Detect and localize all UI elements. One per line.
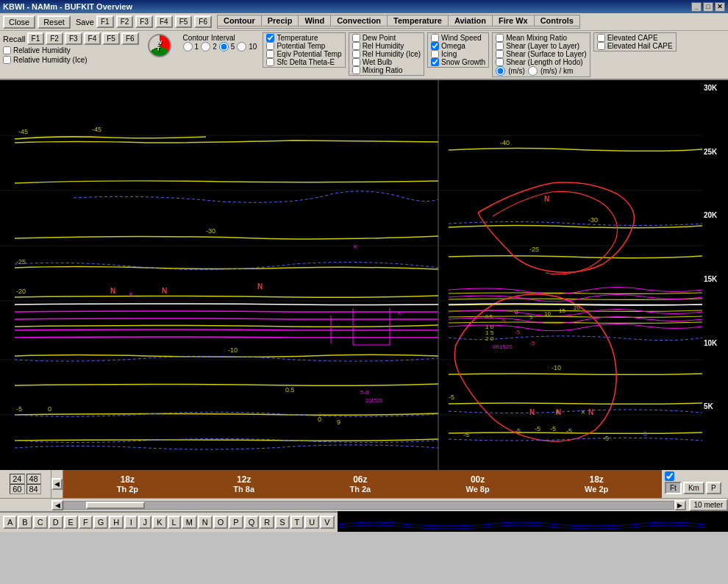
alpha-i[interactable]: I (124, 516, 138, 529)
alpha-g[interactable]: G (93, 516, 109, 529)
potential-temp-check[interactable] (266, 42, 274, 50)
minimize-button[interactable]: _ (691, 2, 702, 12)
save-f4[interactable]: F4 (155, 15, 173, 28)
eqiv-potential-check[interactable] (266, 50, 274, 58)
km-button[interactable]: Km (683, 482, 704, 494)
num1: 24 (10, 474, 24, 484)
right-controls: Ft Km P (662, 470, 728, 498)
tab-temperature[interactable]: Temperature (388, 15, 449, 26)
save-f5[interactable]: F5 (175, 15, 193, 28)
recall-f3[interactable]: F3 (65, 32, 82, 45)
rel-humidity-ice-check[interactable]: Relative Humidity (Ice) (3, 56, 139, 64)
rel-humidity-check[interactable]: Relative Humidity (3, 46, 139, 54)
omega-check[interactable] (431, 42, 439, 50)
tab-controls[interactable]: Controls (535, 15, 579, 26)
rel-hum-ice-check[interactable] (352, 50, 360, 58)
elevated-cape-check[interactable] (597, 34, 605, 42)
dew-point-check[interactable] (352, 34, 360, 42)
alpha-f[interactable]: F (79, 516, 93, 529)
ms-radio1[interactable] (496, 66, 505, 76)
save-label: Save (76, 18, 94, 26)
ft-checkbox[interactable] (665, 471, 674, 481)
alpha-j[interactable]: J (138, 516, 151, 529)
close-button[interactable]: Close (3, 15, 35, 29)
rel-humidity-checkbox[interactable] (3, 46, 11, 54)
alpha-k[interactable]: K (152, 516, 166, 529)
tab-wind[interactable]: Wind (299, 15, 331, 26)
sfc-delta-check[interactable] (266, 58, 274, 66)
alpha-l[interactable]: L (168, 516, 181, 529)
alpha-o[interactable]: O (213, 516, 229, 529)
p-button[interactable]: P (706, 482, 721, 494)
alpha-m[interactable]: M (182, 516, 197, 529)
tab-contour[interactable]: Contour (218, 15, 262, 26)
mean-mixing-check[interactable] (496, 34, 504, 42)
window-title: KBWI - NAMm - BUFKIT Overview (3, 2, 132, 11)
alpha-r[interactable]: R (260, 516, 274, 529)
alpha-q[interactable]: Q (244, 516, 260, 529)
dew-point-label: Dew Point (363, 34, 396, 42)
elevated-hail-cape-check[interactable] (597, 42, 605, 50)
icing-check[interactable] (431, 50, 439, 58)
rel-hum-check[interactable] (352, 42, 360, 50)
shear-surface-check[interactable] (496, 50, 504, 58)
alpha-h[interactable]: H (109, 516, 124, 529)
recall-f5[interactable]: F5 (102, 32, 120, 45)
save-f6[interactable]: F6 (194, 15, 212, 28)
wet-bulb-check[interactable] (352, 58, 360, 66)
alpha-a[interactable]: A (3, 516, 17, 529)
scroll-left-arrow[interactable]: ◀ (51, 478, 63, 490)
altitude-labels: 30K 25K 20K 15K 10K 5K (702, 80, 728, 470)
alpha-b[interactable]: B (18, 516, 32, 529)
num4: 84 (26, 484, 41, 494)
svg-text:N: N (544, 195, 549, 203)
alpha-t[interactable]: T (290, 516, 304, 529)
tab-firewx[interactable]: Fire Wx (493, 15, 535, 26)
alpha-u[interactable]: U (304, 516, 319, 529)
scrollbar-thumb[interactable] (86, 502, 145, 509)
save-f1[interactable]: F1 (96, 15, 114, 28)
mixing-ratio-check[interactable] (352, 66, 360, 74)
title-bar: KBWI - NAMm - BUFKIT Overview _ □ ✕ (0, 0, 728, 13)
recall-f1[interactable]: F1 (27, 32, 45, 45)
reset-button[interactable]: Reset (38, 15, 71, 29)
save-f2[interactable]: F2 (116, 15, 134, 28)
recall-f6[interactable]: F6 (121, 32, 139, 45)
tab-precip[interactable]: Precip (262, 15, 299, 26)
ci-10[interactable] (237, 42, 246, 51)
alpha-e[interactable]: E (64, 516, 78, 529)
alpha-p[interactable]: P (229, 516, 243, 529)
temp-check[interactable] (266, 34, 274, 42)
close-window-button[interactable]: ✕ (715, 2, 725, 12)
bottom-black (338, 511, 728, 532)
snow-growth-check[interactable] (431, 58, 439, 66)
scrollbar-left[interactable]: ◀ (51, 500, 63, 510)
svg-text:N: N (66, 469, 71, 470)
alpha-n[interactable]: N (198, 516, 213, 529)
main-area: -45 -45 -30 -25 -20 -10 (0, 80, 728, 470)
recall-f4[interactable]: F4 (84, 32, 101, 45)
meter-button[interactable]: 10 meter (689, 499, 728, 511)
ci-1[interactable] (183, 42, 193, 51)
ft-button[interactable]: Ft (665, 482, 682, 494)
tab-convection[interactable]: Convection (331, 15, 388, 26)
ci-5[interactable] (219, 42, 229, 51)
alpha-s[interactable]: S (275, 516, 289, 529)
recall-f2[interactable]: F2 (46, 32, 63, 45)
scrollbar-right[interactable]: ▶ (674, 500, 686, 510)
mean-mixing-label: Mean Mixing Ratio (506, 34, 567, 42)
shear-hodo-check[interactable] (496, 58, 504, 66)
alpha-v[interactable]: V (320, 516, 334, 529)
tab-aviation[interactable]: Aviation (449, 15, 493, 26)
save-f3[interactable]: F3 (135, 15, 153, 28)
shear-layer-check[interactable] (496, 42, 504, 50)
rel-humidity-ice-checkbox[interactable] (3, 56, 11, 64)
chart-panel[interactable]: -45 -45 -30 -25 -20 -10 (0, 80, 702, 470)
alpha-c[interactable]: C (33, 516, 48, 529)
ms-radio2[interactable] (528, 66, 538, 76)
alpha-d[interactable]: D (49, 516, 63, 529)
wind-speed-check[interactable] (431, 34, 439, 42)
maximize-button[interactable]: □ (703, 2, 713, 12)
scrollbar-track[interactable] (63, 501, 674, 510)
ci-2[interactable] (201, 42, 210, 51)
